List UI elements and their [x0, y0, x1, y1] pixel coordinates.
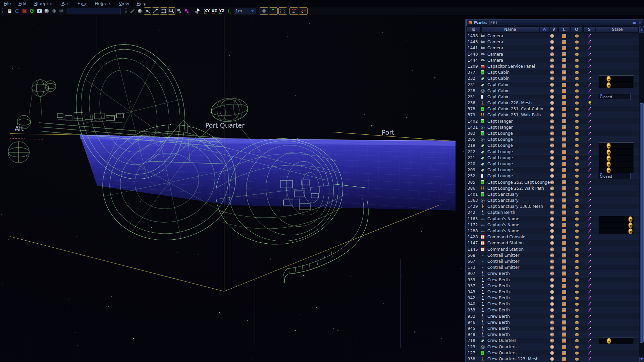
- visibility-eye-icon[interactable]: [546, 301, 558, 307]
- visibility-eye-icon[interactable]: [546, 161, 558, 167]
- layer-icon[interactable]: [558, 313, 571, 319]
- visibility-eye-icon[interactable]: [546, 130, 558, 136]
- object-box-icon[interactable]: [571, 313, 583, 319]
- object-box-icon[interactable]: [571, 197, 583, 203]
- layer-icon[interactable]: [558, 222, 571, 228]
- visibility-eye-icon[interactable]: [546, 39, 558, 45]
- visibility-eye-icon[interactable]: [546, 344, 558, 350]
- object-box-icon[interactable]: [571, 246, 583, 252]
- minimize-button[interactable]: [631, 20, 637, 25]
- visibility-eye-icon[interactable]: [546, 155, 558, 161]
- object-box-icon[interactable]: [571, 142, 583, 148]
- layer-icon[interactable]: [558, 191, 571, 197]
- paint-brush-icon[interactable]: [583, 75, 596, 81]
- layer-icon[interactable]: [558, 350, 571, 356]
- slider-knob[interactable]: [628, 222, 633, 228]
- state-slider[interactable]: [599, 338, 634, 344]
- layer-icon[interactable]: [558, 234, 571, 240]
- visibility-eye-icon[interactable]: [546, 142, 558, 148]
- state-slider[interactable]: [599, 216, 634, 223]
- paint-brush-icon[interactable]: [583, 344, 596, 350]
- object-box-icon[interactable]: [571, 325, 583, 331]
- layer-icon[interactable]: [558, 264, 571, 270]
- table-row[interactable]: 242Captain Berth: [466, 209, 640, 216]
- rotate-snap-button[interactable]: [299, 7, 308, 15]
- paint-brush-icon[interactable]: [583, 307, 596, 313]
- scrollbar-down-button[interactable]: [639, 357, 644, 362]
- sphere-button-2[interactable]: [137, 8, 143, 14]
- object-box-icon[interactable]: [571, 270, 583, 277]
- table-row[interactable]: 1402Capt Hangar: [466, 118, 640, 124]
- object-box-icon[interactable]: [571, 69, 583, 75]
- object-box-icon[interactable]: [571, 289, 583, 295]
- toolbar-grip-2[interactable]: [125, 8, 127, 14]
- state-slider[interactable]: [599, 161, 634, 168]
- object-box-icon[interactable]: [571, 295, 583, 301]
- layer-icon[interactable]: [558, 142, 571, 148]
- undo-loop-button[interactable]: [14, 8, 20, 14]
- layer-icon[interactable]: [558, 88, 571, 94]
- object-box-icon[interactable]: [571, 283, 583, 289]
- paint-brush-icon[interactable]: [583, 350, 596, 356]
- visibility-eye-icon[interactable]: [546, 149, 558, 155]
- menu-view[interactable]: View: [115, 1, 133, 6]
- menu-blueprint[interactable]: Blueprint: [31, 1, 58, 6]
- object-box-icon[interactable]: [571, 167, 583, 173]
- visibility-eye-icon[interactable]: [546, 69, 558, 75]
- table-row[interactable]: 222Capt Lounge: [466, 149, 640, 155]
- sort-ascending-icon[interactable]: [540, 26, 549, 33]
- visibility-eye-icon[interactable]: [546, 136, 558, 142]
- object-box-icon[interactable]: [571, 57, 583, 63]
- visibility-eye-icon[interactable]: [546, 100, 558, 106]
- texture-blob-button[interactable]: [58, 8, 65, 14]
- layer-icon[interactable]: [558, 82, 571, 88]
- object-box-icon[interactable]: [571, 331, 583, 338]
- table-row[interactable]: 228Capt Cabin: [466, 88, 640, 94]
- layer-icon[interactable]: [558, 94, 571, 100]
- column-header-id[interactable]: Id: [466, 26, 481, 33]
- visibility-eye-icon[interactable]: [546, 246, 558, 252]
- paint-brush-icon[interactable]: [583, 252, 596, 258]
- slider-knob[interactable]: [628, 216, 633, 222]
- paint-brush-icon[interactable]: [583, 356, 596, 362]
- vertical-axis-button[interactable]: [226, 8, 232, 14]
- parts-panel-titlebar[interactable]: Parts (F6) ✕: [466, 19, 643, 26]
- column-header-name[interactable]: Name: [481, 26, 539, 33]
- table-row[interactable]: 945Crew Berth: [466, 325, 640, 331]
- object-box-icon[interactable]: [571, 301, 583, 307]
- layer-icon[interactable]: [558, 100, 571, 106]
- layer-icon[interactable]: [558, 325, 571, 331]
- table-row[interactable]: 946Crew Berth: [466, 319, 640, 325]
- visibility-eye-icon[interactable]: [546, 197, 558, 203]
- layer-icon[interactable]: [558, 338, 571, 344]
- paint-brush-icon[interactable]: [583, 234, 596, 240]
- paint-brush-icon[interactable]: [583, 258, 596, 264]
- visibility-eye-icon[interactable]: [546, 75, 558, 81]
- table-row[interactable]: 933Crew Berth: [466, 307, 640, 313]
- paint-brush-icon[interactable]: [583, 240, 596, 246]
- toolbar-grip[interactable]: [2, 8, 5, 14]
- object-box-icon[interactable]: [571, 258, 583, 264]
- scrollbar-up-button[interactable]: [639, 26, 644, 33]
- object-box-icon[interactable]: [571, 319, 583, 325]
- table-row[interactable]: 252Capt LoungeClosed: [466, 173, 640, 179]
- object-box-icon[interactable]: [571, 94, 583, 100]
- paint-brush-icon[interactable]: [583, 197, 596, 203]
- slider-knob[interactable]: [606, 161, 611, 167]
- toolbar-search-input[interactable]: [67, 8, 121, 14]
- table-row[interactable]: 567Contrail Emitter: [466, 258, 640, 264]
- xy-plane-button[interactable]: XY: [204, 8, 210, 14]
- table-row[interactable]: 209Capt Lounge: [466, 167, 640, 173]
- object-box-icon[interactable]: [571, 203, 583, 209]
- paint-brush-icon[interactable]: [583, 106, 596, 112]
- visibility-eye-icon[interactable]: [546, 356, 558, 362]
- table-row[interactable]: 1428Command Console: [466, 234, 640, 240]
- visibility-eye-icon[interactable]: [546, 350, 558, 356]
- table-row[interactable]: 378Capt Cabin 251, Capt Cabin: [466, 106, 640, 112]
- layer-icon[interactable]: [558, 319, 571, 325]
- paint-brush-icon[interactable]: [583, 313, 596, 319]
- badge-icon[interactable]: [583, 100, 596, 106]
- object-box-icon[interactable]: [571, 130, 583, 136]
- layer-icon[interactable]: [558, 307, 571, 313]
- table-row[interactable]: 220Capt Lounge: [466, 161, 640, 167]
